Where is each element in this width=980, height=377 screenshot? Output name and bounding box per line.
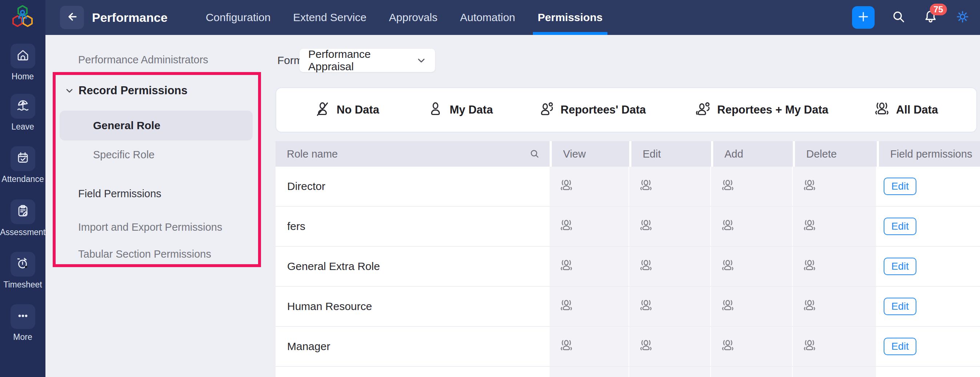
sidebar-item-timesheet[interactable]: Timesheet bbox=[0, 252, 45, 290]
subnav-item-tabular-section-permissions[interactable]: Tabular Section Permissions bbox=[78, 248, 211, 260]
reportees-data-icon bbox=[539, 102, 554, 118]
legend-item-reportees-my-data: Reportees + My Data bbox=[695, 88, 829, 132]
view-permission-cell[interactable] bbox=[550, 327, 629, 366]
topbar-actions: 75 bbox=[852, 6, 970, 29]
field-permissions-cell: Edit bbox=[877, 287, 980, 326]
all-data-icon bbox=[803, 259, 816, 274]
page-title: Performance bbox=[92, 11, 167, 25]
subnav-item-record-permissions[interactable]: Record Permissions bbox=[65, 84, 188, 97]
field-permissions-cell: Edit bbox=[877, 167, 980, 206]
all-data-icon bbox=[559, 299, 573, 314]
calendar-check-icon bbox=[16, 151, 30, 167]
sidebar-item-home[interactable]: Home bbox=[0, 44, 45, 81]
view-permission-cell[interactable] bbox=[550, 167, 629, 206]
sidebar-item-more[interactable]: More bbox=[0, 304, 45, 342]
role-name-cell: Manager bbox=[275, 327, 550, 366]
role-name-cell: fers bbox=[275, 207, 550, 246]
edit-permission-cell[interactable] bbox=[629, 327, 711, 366]
edit-permission-cell[interactable] bbox=[629, 287, 711, 326]
column-header-role-name: Role name bbox=[275, 141, 550, 167]
all-data-icon bbox=[721, 219, 735, 233]
edit-field-permissions-button[interactable]: Edit bbox=[884, 217, 916, 235]
legend-item-no-data: No Data bbox=[315, 88, 379, 132]
edit-permission-cell[interactable] bbox=[629, 247, 711, 286]
tab-automation[interactable]: Automation bbox=[449, 0, 527, 35]
module-tabs: ConfigurationExtend ServiceApprovalsAuto… bbox=[194, 0, 614, 35]
table-header: Role nameViewEditAddDeleteField permissi… bbox=[275, 141, 980, 167]
all-data-icon bbox=[803, 179, 816, 193]
add-permission-cell[interactable] bbox=[711, 207, 793, 246]
edit-field-permissions-button[interactable]: Edit bbox=[884, 298, 916, 315]
app-logo[interactable] bbox=[11, 4, 34, 29]
all-data-icon bbox=[639, 259, 653, 274]
subnav-item-general-role[interactable]: General Role bbox=[60, 111, 253, 141]
all-data-icon bbox=[639, 339, 653, 354]
edit-field-permissions-button[interactable]: Edit bbox=[884, 338, 916, 355]
table-row: ManagerEdit bbox=[275, 327, 980, 367]
view-permission-cell[interactable] bbox=[550, 247, 629, 286]
app-sidebar: HomeLeaveAttendanceAssessmentTimesheetMo… bbox=[0, 0, 45, 377]
notification-badge: 75 bbox=[930, 4, 947, 15]
notifications-button[interactable]: 75 bbox=[923, 10, 939, 26]
tab-approvals[interactable]: Approvals bbox=[378, 0, 449, 35]
settings-button[interactable] bbox=[955, 10, 970, 26]
delete-permission-cell[interactable] bbox=[793, 167, 877, 206]
column-header-field-permissions: Field permissions bbox=[879, 141, 980, 167]
add-permission-cell[interactable] bbox=[711, 167, 793, 206]
column-header-delete: Delete bbox=[795, 141, 877, 167]
back-button[interactable] bbox=[60, 6, 84, 29]
add-permission-cell[interactable] bbox=[711, 287, 793, 326]
chevron-down-icon bbox=[65, 85, 74, 94]
all-data-icon bbox=[639, 219, 653, 233]
view-permission-cell[interactable] bbox=[550, 287, 629, 326]
sidebar-item-attendance[interactable]: Attendance bbox=[0, 146, 45, 184]
delete-permission-cell[interactable] bbox=[793, 247, 877, 286]
table-row: fersEdit bbox=[275, 207, 980, 247]
annotation-box bbox=[53, 72, 261, 267]
all-data-icon bbox=[721, 259, 735, 274]
legend-item-my-data: My Data bbox=[428, 88, 493, 132]
tab-configuration[interactable]: Configuration bbox=[194, 0, 282, 35]
table-row: Human ResourceEdit bbox=[275, 287, 980, 327]
form-select-value: Performance Appraisal bbox=[308, 48, 416, 73]
all-data-icon bbox=[721, 339, 735, 354]
sidebar-item-leave[interactable]: Leave bbox=[0, 94, 45, 132]
all-data-icon bbox=[559, 339, 573, 354]
subnav-item-performance-administrators[interactable]: Performance Administrators bbox=[78, 54, 208, 66]
edit-field-permissions-button[interactable]: Edit bbox=[884, 258, 916, 275]
view-permission-cell[interactable] bbox=[550, 207, 629, 246]
sidebar-item-assessment[interactable]: Assessment bbox=[0, 200, 45, 237]
add-permission-cell[interactable] bbox=[711, 247, 793, 286]
search-icon bbox=[891, 9, 906, 26]
tab-extend-service[interactable]: Extend Service bbox=[282, 0, 378, 35]
tab-permissions[interactable]: Permissions bbox=[527, 0, 614, 35]
delete-permission-cell[interactable] bbox=[793, 207, 877, 246]
search-button[interactable] bbox=[891, 10, 907, 26]
delete-permission-cell[interactable] bbox=[793, 287, 877, 326]
field-permissions-cell: Edit bbox=[877, 327, 980, 366]
role-name-cell: Director bbox=[275, 167, 550, 206]
back-arrow-icon bbox=[65, 10, 79, 26]
role-search-icon[interactable] bbox=[529, 149, 540, 160]
legend-item-all-data: All Data bbox=[874, 88, 938, 132]
delete-permission-cell[interactable] bbox=[793, 327, 877, 366]
form-select[interactable]: Performance Appraisal bbox=[299, 49, 435, 72]
add-button[interactable] bbox=[852, 6, 875, 29]
edit-permission-cell[interactable] bbox=[629, 207, 711, 246]
subnav-item-field-permissions[interactable]: Field Permissions bbox=[78, 188, 161, 200]
gear-icon bbox=[955, 9, 970, 26]
add-permission-cell[interactable] bbox=[711, 327, 793, 366]
reportees-my-data-icon bbox=[695, 102, 711, 118]
my-data-icon bbox=[428, 102, 443, 118]
permissions-subnav: Performance Administrators Record Permis… bbox=[45, 35, 271, 377]
subnav-item-specific-role[interactable]: Specific Role bbox=[93, 149, 154, 161]
all-data-icon bbox=[559, 219, 573, 233]
role-name-cell: Human Resource bbox=[275, 287, 550, 326]
subnav-item-import-and-export-permissions[interactable]: Import and Export Permissions bbox=[78, 221, 222, 233]
edit-permission-cell[interactable] bbox=[629, 167, 711, 206]
column-header-add: Add bbox=[713, 141, 793, 167]
field-permissions-cell: Edit bbox=[877, 247, 980, 286]
all-data-icon bbox=[721, 299, 735, 314]
table-row: General Extra RoleEdit bbox=[275, 247, 980, 287]
edit-field-permissions-button[interactable]: Edit bbox=[884, 177, 916, 195]
